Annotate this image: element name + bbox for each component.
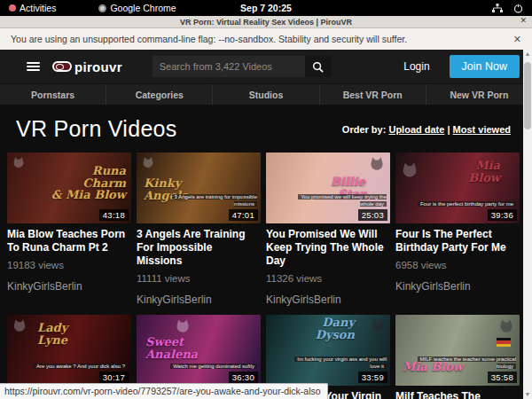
thumb-caption: 3 Angels are training for impossible mis… (158, 194, 257, 208)
video-title[interactable]: You Promised We Will Keep Trying The Who… (266, 228, 390, 268)
duration-badge: 30:17 (99, 372, 129, 383)
order-by-label: Order by: (342, 124, 387, 135)
thumb-caption: Four is the perfect birthday party for m… (418, 201, 516, 208)
duration-badge: 36:30 (229, 372, 258, 383)
site-logo[interactable]: pirouvr (52, 59, 122, 74)
duration-badge: 47:01 (229, 209, 258, 221)
thumb-caption: Im fucking your virgin ass and you will … (287, 356, 387, 371)
duration-badge: 25:03 (358, 209, 387, 221)
site-nav: Pornstars Categories Studios Best VR Por… (0, 83, 532, 105)
window-title: VR Porn: Virtual Reality Sex Videos | Pi… (180, 18, 352, 27)
activities-button[interactable]: Activities (9, 3, 56, 13)
video-thumbnail[interactable]: Sweet Analena Watch me getting dominated… (137, 315, 261, 386)
video-channel[interactable]: KinkyGirlsBerlin (7, 280, 131, 293)
video-title[interactable]: Four Is The Perfect Birthday Party For M… (395, 228, 520, 254)
order-most-viewed-link[interactable]: Most viewed (453, 124, 511, 135)
nav-item-pornstars[interactable]: Pornstars (0, 84, 106, 105)
activities-label: Activities (20, 3, 56, 13)
infobar-close-icon[interactable]: ✕ (513, 34, 521, 45)
video-channel[interactable]: KinkyGirlsBerlin (137, 293, 261, 306)
cat-logo-icon (12, 318, 27, 332)
order-upload-date-link[interactable]: Upload date (388, 124, 444, 135)
search-button[interactable] (305, 56, 332, 77)
page-scrollbar[interactable]: ▲ ▼ (523, 50, 532, 399)
video-title[interactable]: Mia Blow Teaches Porn To Runa Charm Pt 2 (7, 228, 131, 254)
video-views: 11326 views (266, 273, 390, 284)
chrome-app-label: Google Chrome (110, 3, 176, 13)
cat-logo-icon (370, 318, 386, 332)
join-now-button[interactable]: Join Now (450, 55, 520, 78)
nav-item-studios[interactable]: Studios (213, 84, 319, 105)
search-input[interactable] (153, 56, 305, 77)
scrollbar-thumb[interactable] (524, 62, 531, 129)
cat-logo-icon (400, 161, 419, 178)
chrome-icon (98, 4, 106, 12)
video-thumbnail[interactable]: Mia Blow MILF teaches the teacher some p… (395, 315, 520, 386)
scroll-down-icon[interactable]: ▼ (523, 390, 532, 399)
video-card[interactable]: Mia Blow MILF teaches the teacher some p… (395, 315, 520, 399)
video-thumbnail[interactable]: Kinky Angels 3 Angels are training for i… (137, 153, 261, 223)
video-views: 19183 views (7, 260, 131, 270)
system-top-bar: Activities Google Chrome Sep 7 20:25 (0, 0, 532, 16)
window-close-icon[interactable]: ✕ (520, 16, 527, 25)
thumb-signature: Sweet Analena (145, 336, 198, 360)
video-channel[interactable]: KinkyGirlsBerlin (266, 293, 390, 306)
chrome-infobar: You are using an unsupported command-lin… (0, 28, 532, 51)
nav-item-best-vr[interactable]: Best VR Porn (320, 84, 426, 105)
status-url-bubble: https://pirouvr.com/vr-porn-video/779325… (0, 383, 328, 399)
video-thumbnail[interactable]: Runa Charm & Mia Blow 43:18 (7, 153, 131, 223)
video-grid-row1: Runa Charm & Mia Blow 43:18 Mia Blow Tea… (0, 153, 532, 306)
network-icon[interactable] (492, 4, 503, 13)
page-title: VR Porn Videos (16, 116, 177, 142)
infobar-message: You are using an unsupported command-lin… (11, 34, 407, 44)
thumb-caption: MILF teaches the teacher some practical … (417, 356, 516, 371)
video-thumbnail[interactable]: Billie Star You promised we will keep tr… (266, 153, 390, 223)
video-title[interactable]: Milf Teaches The Teacher Some Practical … (395, 390, 520, 399)
cat-logo-icon (141, 156, 155, 168)
video-card[interactable]: Mia Blow Four is the perfect birthday pa… (395, 153, 520, 306)
vr-goggles-icon (52, 61, 72, 72)
nav-item-new-vr[interactable]: New VR Porn (426, 84, 532, 105)
video-thumbnail[interactable]: Dany Dyson Im fucking your virgin ass an… (266, 315, 390, 386)
search-area (153, 56, 332, 77)
video-channel[interactable]: KinkyGirlsBerlin (395, 280, 520, 293)
duration-badge: 35:58 (488, 372, 517, 383)
video-title[interactable]: 3 Angels Are Training For Impossible Mis… (137, 228, 261, 268)
german-flag-icon (497, 338, 511, 347)
cat-logo-icon (174, 318, 192, 333)
chrome-app-menu[interactable]: Google Chrome (98, 3, 176, 13)
thumb-caption: You promised we will keep trying the who… (287, 194, 387, 208)
video-card[interactable]: Billie Star You promised we will keep tr… (266, 153, 390, 306)
duration-badge: 39:36 (488, 209, 517, 221)
scroll-up-icon[interactable]: ▲ (523, 50, 532, 59)
nav-item-categories[interactable]: Categories (106, 84, 213, 105)
page-heading-row: VR Porn Videos Order by: Upload date | M… (0, 105, 532, 153)
cat-logo-icon (12, 156, 26, 168)
thumb-signature: Runa Charm & Mia Blow (51, 165, 126, 201)
thumb-caption: Are you awake ? And your dick also ? (34, 364, 128, 371)
page-viewport: pirouvr Login Join Now Pornstars Categor… (0, 50, 532, 399)
thumb-signature: Mia Blow (468, 160, 500, 184)
clock[interactable]: Sep 7 20:25 (240, 3, 292, 13)
search-icon (312, 61, 324, 73)
duration-badge: 43:18 (99, 209, 129, 221)
cat-logo-icon (497, 318, 515, 333)
cat-logo-icon (368, 156, 386, 171)
video-views: 11111 views (137, 273, 261, 284)
site-header: pirouvr Login Join Now (0, 50, 532, 83)
menu-icon[interactable] (27, 62, 40, 71)
video-thumbnail[interactable]: Mia Blow Four is the perfect birthday pa… (395, 153, 520, 223)
logo-text: pirouvr (74, 59, 122, 74)
thumb-caption: Watch me getting dominated softly (170, 364, 257, 371)
video-thumbnail[interactable]: Lady Lyne Are you awake ? And your dick … (7, 315, 131, 386)
power-icon[interactable] (513, 4, 523, 13)
video-card[interactable]: Kinky Angels 3 Angels are training for i… (137, 153, 261, 306)
duration-badge: 33:59 (358, 372, 387, 383)
video-views: 6958 views (395, 260, 520, 270)
order-by: Order by: Upload date | Most viewed (342, 124, 514, 135)
login-link[interactable]: Login (403, 60, 429, 73)
video-card[interactable]: Runa Charm & Mia Blow 43:18 Mia Blow Tea… (7, 153, 131, 306)
thumb-signature: Dany Dyson (316, 317, 355, 340)
recording-indicator-icon (9, 4, 16, 12)
thumb-signature: Lady Lyne (37, 322, 67, 346)
